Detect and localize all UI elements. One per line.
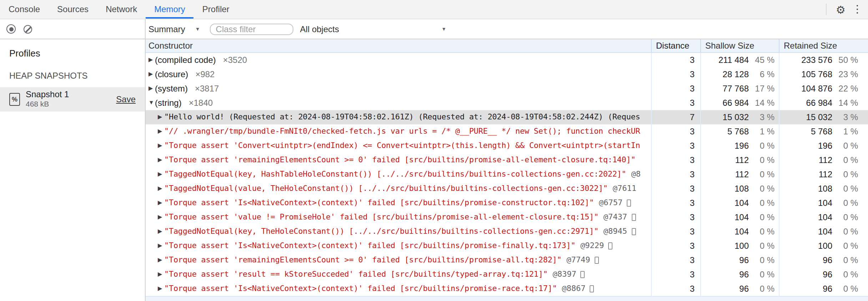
shallow-size-percent: 0 % — [749, 239, 774, 253]
distance-cell: 3 — [652, 67, 701, 82]
tab-memory[interactable]: Memory — [146, 0, 194, 19]
expand-arrow-icon[interactable]: ▶ — [158, 224, 164, 239]
expand-arrow-icon[interactable]: ▶ — [158, 210, 164, 224]
objects-select[interactable]: All objects ▼ — [300, 24, 446, 34]
retained-size-value: 96 — [823, 282, 832, 296]
sidebar-item-snapshot-1[interactable]: % Snapshot 1 468 kB Save — [0, 87, 145, 112]
table-row[interactable]: ▶"TaggedNotEqual(key, TheHoleConstant())… — [146, 224, 868, 239]
snapshot-document-icon: % — [9, 93, 20, 106]
table-row[interactable]: ▶(system)×3817377 76817 %104 87622 % — [146, 82, 868, 96]
retained-size-percent: 0 % — [832, 167, 858, 182]
column-header-retained-size[interactable]: Retained Size — [779, 39, 868, 52]
table-row[interactable]: ▶"Torque assert 'Is<NativeContext>(conte… — [146, 196, 868, 210]
shallow-size-value: 104 — [735, 196, 749, 210]
retained-size-cell: 960 % — [779, 267, 868, 282]
retained-size-cell: 1120 % — [779, 153, 868, 167]
shallow-size-percent: 0 % — [749, 267, 774, 282]
retained-size-percent: 50 % — [832, 53, 858, 67]
table-row[interactable]: ▶(compiled code)×35203211 48445 %233 576… — [146, 53, 868, 67]
string-value: "Torque assert 'result == kStoreSucceded… — [164, 267, 547, 282]
grid-header: Constructor Distance Shallow Size Retain… — [146, 39, 868, 53]
kebab-menu-icon[interactable] — [855, 4, 859, 15]
expand-arrow-icon[interactable]: ▶ — [148, 53, 155, 67]
tab-network[interactable]: Network — [97, 0, 146, 19]
shallow-size-percent: 6 % — [749, 67, 774, 82]
tab-profiler[interactable]: Profiler — [194, 0, 238, 19]
shallow-size-value: 112 — [735, 167, 749, 182]
retained-size-value: 233 576 — [801, 53, 832, 67]
gear-icon[interactable]: ⚙ — [836, 4, 846, 15]
tab-console[interactable]: Console — [0, 0, 49, 19]
perspective-select[interactable]: Summary ▼ — [148, 24, 200, 34]
table-row[interactable]: ▶(closure)×982328 1286 %105 76823 % — [146, 67, 868, 82]
heap-snapshot-grid: Constructor Distance Shallow Size Retain… — [146, 39, 868, 301]
shallow-size-cell: 1040 % — [701, 210, 779, 224]
table-row[interactable]: ▶"Torque assert 'result == kStoreSuccede… — [146, 267, 868, 282]
table-row[interactable]: ▶"Torque assert 'Is<NativeContext>(conte… — [146, 239, 868, 253]
column-header-shallow-size[interactable]: Shallow Size — [701, 39, 779, 52]
expand-arrow-icon[interactable]: ▶ — [158, 110, 164, 124]
constructor-name: (closure) — [155, 67, 188, 82]
table-row[interactable]: ▼(string)×1840366 98414 %66 98414 % — [146, 96, 868, 110]
table-row[interactable]: ▶"Torque assert 'Convert<uintptr>(endInd… — [146, 139, 868, 153]
expand-arrow-icon[interactable]: ▶ — [158, 282, 164, 296]
expand-arrow-icon[interactable]: ▶ — [148, 82, 155, 96]
shallow-size-percent: 3 % — [749, 110, 774, 124]
table-row[interactable]: ▶"TaggedNotEqual(value, TheHoleConstant(… — [146, 182, 868, 196]
shallow-size-value: 77 768 — [723, 82, 749, 96]
string-value: "Torque assert 'remainingElementsCount >… — [164, 253, 561, 267]
retained-size-percent: 22 % — [832, 82, 858, 96]
retained-size-percent: 0 % — [832, 153, 858, 167]
clear-icon[interactable] — [24, 25, 32, 33]
expand-arrow-icon[interactable]: ▶ — [158, 267, 164, 282]
shallow-size-percent: 0 % — [749, 253, 774, 267]
retained-size-value: 104 — [818, 224, 832, 239]
table-row[interactable]: ▶"TaggedNotEqual(key, HashTableHoleConst… — [146, 167, 868, 182]
distance-cell: 3 — [652, 167, 701, 182]
retained-size-cell: 66 98414 % — [779, 96, 868, 110]
class-filter-input[interactable] — [210, 23, 294, 35]
retained-size-value: 96 — [823, 267, 832, 282]
table-row[interactable]: ▶"Torque assert 'remainingElementsCount … — [146, 253, 868, 267]
expand-arrow-icon[interactable]: ▶ — [148, 67, 155, 82]
table-row[interactable]: ▶"Torque assert 'remainingElementsCount … — [146, 153, 868, 167]
retained-size-value: 104 — [818, 210, 832, 224]
table-row[interactable]: ▶"Torque assert 'Is<NativeContext>(conte… — [146, 282, 868, 296]
table-row[interactable]: ▶"// .wrangler/tmp/bundle-FmNIt0/checked… — [146, 124, 868, 139]
constructor-cell: ▶"Torque assert 'value != PromiseHole' f… — [146, 210, 652, 224]
missing-glyph-icon — [631, 214, 636, 221]
collapse-arrow-icon[interactable]: ▼ — [148, 96, 155, 110]
constructor-cell: ▶(closure)×982 — [146, 67, 652, 82]
expand-arrow-icon[interactable]: ▶ — [158, 196, 164, 210]
retained-size-cell: 960 % — [779, 253, 868, 267]
constructor-cell: ▶"Torque assert 'Is<NativeContext>(conte… — [146, 239, 652, 253]
table-row[interactable]: ▶"Torque assert 'value != PromiseHole' f… — [146, 210, 868, 224]
column-header-constructor[interactable]: Constructor — [146, 39, 652, 52]
retained-size-value: 105 768 — [801, 67, 832, 82]
expand-arrow-icon[interactable]: ▶ — [158, 239, 164, 253]
distance-cell: 3 — [652, 53, 701, 67]
retained-size-percent: 0 % — [832, 282, 858, 296]
instance-count: ×3817 — [195, 82, 219, 96]
column-header-distance[interactable]: Distance — [652, 39, 701, 52]
table-row[interactable]: ▶"Hello world! (Requested at: 2024-08-19… — [146, 110, 868, 124]
expand-arrow-icon[interactable]: ▶ — [158, 167, 164, 182]
object-id: @8945 — [604, 224, 627, 239]
shallow-size-value: 66 984 — [723, 96, 749, 110]
expand-arrow-icon[interactable]: ▶ — [158, 139, 164, 153]
shallow-size-percent: 0 % — [749, 196, 774, 210]
expand-arrow-icon[interactable]: ▶ — [158, 182, 164, 196]
expand-arrow-icon[interactable]: ▶ — [158, 253, 164, 267]
tab-sources[interactable]: Sources — [49, 0, 97, 19]
expand-arrow-icon[interactable]: ▶ — [158, 124, 164, 139]
shallow-size-cell: 1120 % — [701, 153, 779, 167]
shallow-size-value: 211 484 — [718, 53, 749, 67]
record-icon[interactable] — [6, 24, 16, 34]
expand-arrow-icon[interactable]: ▶ — [158, 153, 164, 167]
main-area: Profiles HEAP SNAPSHOTS % Snapshot 1 468… — [0, 39, 868, 301]
missing-glyph-icon — [631, 228, 636, 235]
toolbar-divider — [826, 4, 827, 15]
snapshot-save-link[interactable]: Save — [116, 94, 136, 104]
shallow-size-value: 96 — [739, 267, 749, 282]
shallow-size-percent: 0 % — [749, 282, 774, 296]
